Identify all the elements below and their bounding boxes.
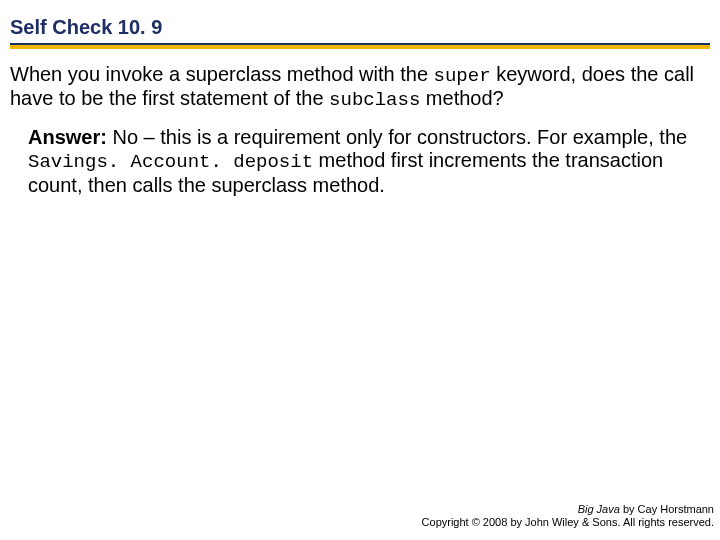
question-block: When you invoke a superclass method with… [0, 49, 720, 112]
code-super: super [434, 65, 491, 87]
answer-text-1: No – this is a requirement only for cons… [107, 126, 687, 148]
code-subclass: subclass [329, 89, 420, 111]
book-author: by Cay Horstmann [620, 503, 714, 515]
question-text-3: method? [420, 87, 503, 109]
footer: Big Java by Cay Horstmann Copyright © 20… [422, 503, 714, 531]
footer-line-1: Big Java by Cay Horstmann [422, 503, 714, 517]
footer-line-2: Copyright © 2008 by John Wiley & Sons. A… [422, 516, 714, 530]
question-text-1: When you invoke a superclass method with… [10, 63, 434, 85]
code-savings-deposit: Savings. Account. deposit [28, 151, 313, 173]
heading-area: Self Check 10. 9 [0, 0, 720, 49]
book-title: Big Java [578, 503, 620, 515]
slide-title: Self Check 10. 9 [10, 16, 710, 43]
answer-block: Answer: No – this is a requirement only … [0, 112, 720, 198]
slide: { "heading": "Self Check 10. 9", "questi… [0, 0, 720, 540]
answer-label: Answer: [28, 126, 107, 148]
